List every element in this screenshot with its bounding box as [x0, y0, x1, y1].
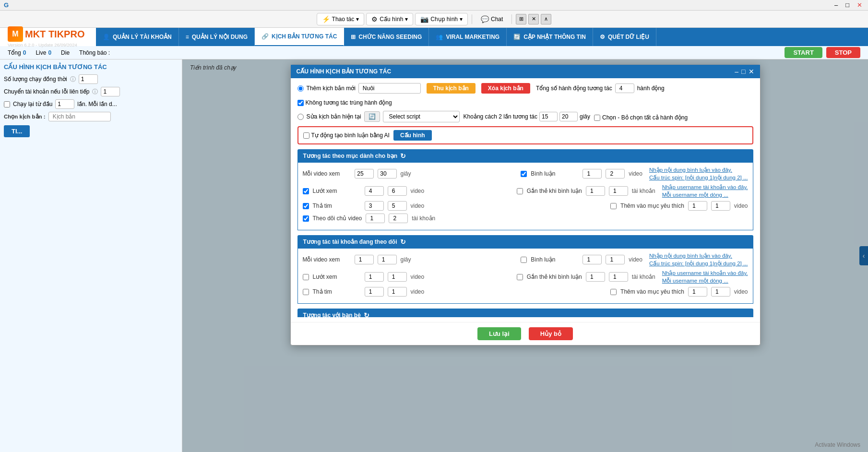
- tab-viral-marketing[interactable]: 👥 VIRAL MARKETING: [429, 28, 507, 46]
- moi-lan-label: lần. Mỗi lần d...: [77, 101, 117, 107]
- section-theo-muc-title: Tương tác theo mục dành cho bạn: [303, 153, 398, 159]
- luot-xem-val1-2[interactable]: [365, 272, 384, 282]
- close-small-icon[interactable]: ✕: [528, 14, 539, 24]
- link-nhap-username-2[interactable]: Nhập username tài khoản vào đây.: [662, 270, 748, 276]
- tab-quet-du-lieu[interactable]: ⚙ QUÉT DỮ LIỆU: [593, 28, 656, 46]
- maximize-btn[interactable]: □: [844, 1, 851, 9]
- luot-xem-cb-1[interactable]: [303, 188, 309, 194]
- tab-cap-nhat-thong-tin[interactable]: 🔄 CẬP NHẬT THÔNG TIN: [507, 28, 593, 46]
- moi-video-val2-2[interactable]: [378, 255, 397, 264]
- thao-tac-btn[interactable]: ⚡ Thao tác ▾: [317, 13, 365, 25]
- start-button[interactable]: START: [785, 47, 822, 58]
- binh-luan-val2-2[interactable]: [606, 255, 625, 264]
- minimize-btn[interactable]: –: [832, 1, 840, 9]
- binh-luan-cb-2[interactable]: [521, 257, 527, 263]
- modal-close-btn[interactable]: ✕: [749, 68, 754, 75]
- theo-doi-cb-1[interactable]: [303, 215, 309, 222]
- so-luong-input[interactable]: [79, 74, 98, 84]
- tha-tim-cb-2[interactable]: [303, 289, 309, 295]
- luot-xem-val2-1[interactable]: [388, 186, 407, 196]
- gan-the-cb-1[interactable]: [517, 188, 523, 194]
- them-vao-cb-2[interactable]: [610, 289, 617, 295]
- modal-maximize-btn[interactable]: □: [741, 68, 745, 75]
- chay-lai-checkbox[interactable]: [4, 101, 10, 107]
- refresh-btn[interactable]: 🔄: [364, 111, 380, 122]
- tong-so-input[interactable]: [615, 83, 634, 93]
- link-moi-username-1[interactable]: Mỗi username một dòng ...: [662, 191, 748, 198]
- chay-lai-input[interactable]: [55, 99, 74, 109]
- ai-cau-hinh-btn[interactable]: Cấu hình: [393, 130, 432, 141]
- gan-the-val2-1[interactable]: [609, 186, 628, 196]
- tha-tim-cb-1[interactable]: [303, 203, 309, 209]
- chup-hinh-icon: 📷: [420, 15, 428, 23]
- luot-xem-val1-1[interactable]: [365, 186, 384, 196]
- theo-doi-val1-1[interactable]: [366, 214, 385, 223]
- them-vao-val2-2[interactable]: [711, 287, 730, 297]
- tha-tim-val2-2[interactable]: [388, 287, 407, 297]
- link-cau-truc-spin-2[interactable]: Cấu trúc spin: [nội dung 1|nội dung 2] .…: [649, 260, 748, 267]
- khoang-cach-input1[interactable]: [539, 112, 558, 121]
- radio-add-new-input[interactable]: [297, 85, 304, 92]
- link-nhap-noidung-2[interactable]: Nhập nội dung bình luận vào đây.: [649, 252, 748, 259]
- stop-button[interactable]: STOP: [826, 47, 860, 58]
- tab-quan-ly-noi-dung[interactable]: ≡ QUẢN LÝ NỘI DUNG: [179, 28, 255, 46]
- gan-the-cb-2[interactable]: [517, 274, 523, 280]
- khoang-cach-input2[interactable]: [559, 112, 578, 121]
- radio-add-new: Thêm kịch bản mới: [297, 83, 421, 94]
- help-icon-2[interactable]: ⓘ: [92, 88, 98, 96]
- them-vao-val1-1[interactable]: [688, 201, 707, 211]
- binh-luan-cb-1[interactable]: [521, 171, 527, 177]
- xoa-kich-ban-btn[interactable]: Xóa kịch bản: [481, 83, 530, 94]
- gan-the-val1-1[interactable]: [586, 186, 605, 196]
- section-ban-be-spinner: ↻: [364, 311, 369, 317]
- chon-bo-chon-checkbox[interactable]: [594, 115, 600, 121]
- kich-ban-name-input[interactable]: [358, 83, 421, 94]
- select-script[interactable]: Select script: [383, 111, 460, 122]
- chuyen-tai-khoan-input[interactable]: [101, 87, 120, 96]
- gan-the-val2-2[interactable]: [609, 272, 628, 282]
- link-nhap-username-1[interactable]: Nhập username tài khoản vào đây.: [662, 184, 748, 190]
- tab-quan-ly-tai-khoan[interactable]: 👤 QUẢN LÝ TÀI KHOẢN: [96, 28, 179, 46]
- thu-kich-ban-btn[interactable]: Thu kịch bản: [427, 83, 476, 94]
- theo-doi-val2-1[interactable]: [389, 214, 408, 223]
- link-moi-username-2[interactable]: Mỗi username một dòng ...: [662, 277, 748, 284]
- link-cau-truc-spin-1[interactable]: Cấu trúc spin: [nội dung 1|nội dung 2] .…: [649, 174, 748, 181]
- up-icon[interactable]: ∧: [541, 14, 551, 24]
- cau-hinh-toolbar-btn[interactable]: ⚙ Cấu hình ▾: [366, 13, 413, 25]
- chup-hinh-btn[interactable]: 📷 Chụp hình ▾: [415, 13, 468, 25]
- luot-xem-val2-2[interactable]: [388, 272, 407, 282]
- unit-video-luot-1: video: [411, 188, 425, 194]
- chat-btn[interactable]: 💬 Chat: [476, 13, 508, 25]
- them-vao-val2-1[interactable]: [711, 201, 730, 211]
- binh-luan-val2-1[interactable]: [606, 169, 625, 178]
- them-vao-val1-2[interactable]: [688, 287, 707, 297]
- tab-kich-ban-tuong-tac[interactable]: 🔗 KỊCH BẢN TƯƠNG TÁC: [255, 28, 344, 46]
- modal-minimize-btn[interactable]: –: [735, 68, 738, 75]
- luu-lai-btn[interactable]: Lưu lại: [477, 327, 521, 340]
- moi-video-val2-1[interactable]: [378, 169, 397, 178]
- tha-tim-val1-2[interactable]: [365, 287, 384, 297]
- no-repeat-checkbox[interactable]: [297, 100, 304, 106]
- moi-video-val1-1[interactable]: [355, 169, 374, 178]
- them-vao-cb-1[interactable]: [610, 203, 617, 209]
- kich-ban-input[interactable]: [48, 112, 111, 121]
- unit-giay-1: giây: [401, 170, 411, 177]
- gan-the-val1-2[interactable]: [586, 272, 605, 282]
- tab-chuc-nang-seeding[interactable]: ⊞ CHỨC NĂNG SEEDING: [344, 28, 429, 46]
- close-btn[interactable]: ✕: [855, 1, 864, 9]
- ai-checkbox[interactable]: [303, 132, 309, 139]
- tivo-button[interactable]: TI...: [4, 125, 30, 137]
- luot-xem-cb-2[interactable]: [303, 274, 309, 280]
- help-icon-1[interactable]: ⓘ: [70, 75, 76, 83]
- unit-video-tha-2: video: [411, 288, 425, 295]
- radio-edit-input[interactable]: [297, 114, 304, 120]
- tha-tim-val1-1[interactable]: [365, 201, 384, 211]
- link-nhap-noidung-1[interactable]: Nhập nội dung bình luận vào đây.: [649, 167, 748, 173]
- tha-tim-val2-1[interactable]: [388, 201, 407, 211]
- huy-bo-btn[interactable]: Hủy bỏ: [529, 327, 573, 340]
- live-label: Live: [36, 49, 46, 56]
- moi-video-val1-2[interactable]: [355, 255, 374, 264]
- grid-icon[interactable]: ⊞: [516, 14, 526, 24]
- binh-luan-val1-2[interactable]: [583, 255, 602, 264]
- binh-luan-val1-1[interactable]: [583, 169, 602, 178]
